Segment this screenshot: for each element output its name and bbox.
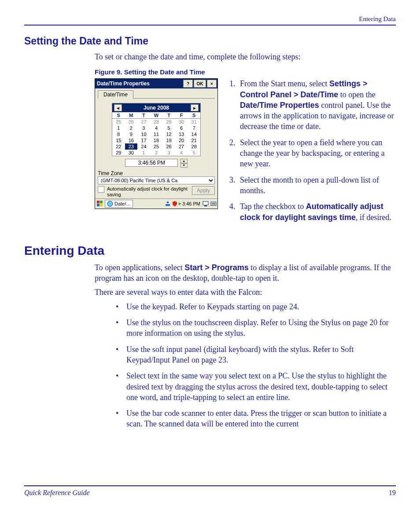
- calendar-day[interactable]: 28: [188, 143, 200, 150]
- calendar-day[interactable]: 26: [162, 143, 175, 150]
- calendar-day[interactable]: 18: [150, 137, 163, 143]
- calendar-dow: W: [150, 112, 163, 119]
- calendar-day[interactable]: 4: [175, 150, 188, 156]
- svg-rect-6: [167, 202, 169, 203]
- shield-icon[interactable]: [172, 201, 178, 207]
- calendar-dow: F: [175, 112, 188, 119]
- step-2: Select the year to open a field where yo…: [237, 137, 396, 169]
- calendar-dow: S: [188, 112, 200, 119]
- calendar-day[interactable]: 1: [112, 125, 125, 131]
- timezone-select[interactable]: (GMT-08:00) Pacific Time (US & Ca: [98, 176, 215, 184]
- calendar-grid[interactable]: SMTWTFS252627282930311234567891011121314…: [112, 112, 200, 156]
- help-button[interactable]: ?: [183, 80, 193, 88]
- calendar-day[interactable]: 29: [162, 119, 175, 125]
- calendar-day[interactable]: 12: [162, 131, 175, 137]
- close-button[interactable]: ×: [207, 80, 217, 88]
- time-spin-up[interactable]: ▲: [181, 159, 188, 163]
- calendar-day[interactable]: 19: [162, 137, 175, 143]
- calendar-day[interactable]: 3: [137, 125, 150, 131]
- calendar-day[interactable]: 30: [175, 119, 188, 125]
- timezone-label: Time Zone: [98, 170, 215, 176]
- calendar-day[interactable]: 23: [125, 143, 138, 150]
- calendar-day[interactable]: 27: [175, 143, 188, 150]
- desktop-icon[interactable]: [203, 201, 209, 207]
- calendar-day[interactable]: 29: [112, 150, 125, 156]
- calendar-day[interactable]: 4: [150, 125, 163, 131]
- calendar-day[interactable]: 25: [150, 143, 163, 150]
- page-link-24[interactable]: 24: [289, 302, 297, 311]
- taskbar-app[interactable]: Date/…: [105, 200, 133, 208]
- sip-icon[interactable]: [210, 201, 217, 207]
- calendar-month-label[interactable]: June 2008: [144, 105, 169, 111]
- svg-rect-2: [97, 204, 99, 206]
- taskbar-clock[interactable]: 3:46 PM: [182, 201, 200, 206]
- step-3: Select the month to open a pull-down lis…: [237, 175, 396, 196]
- taskbar[interactable]: Date/… ▸ 3:46 PM: [95, 198, 217, 209]
- page-link-20[interactable]: 20: [369, 318, 377, 327]
- calendar-day[interactable]: 17: [137, 137, 150, 143]
- calendar-day[interactable]: 16: [125, 137, 138, 143]
- bullet-select-text: Select text in the same way you select t…: [112, 371, 396, 403]
- time-input[interactable]: [125, 159, 178, 167]
- svg-rect-8: [204, 205, 207, 206]
- time-spin-down[interactable]: ▼: [181, 163, 188, 168]
- calendar-day[interactable]: 27: [137, 119, 150, 125]
- svg-rect-1: [100, 201, 103, 203]
- start-button[interactable]: [96, 200, 104, 207]
- windows-logo-icon: [97, 201, 103, 207]
- calendar-day[interactable]: 24: [137, 143, 150, 150]
- step-4: Tap the checkbox to Automatically adjust…: [237, 201, 396, 223]
- calendar-day[interactable]: 15: [112, 137, 125, 143]
- footer-guide-title: Quick Reference Guide: [24, 489, 90, 497]
- calendar-dow: M: [125, 112, 138, 119]
- calendar-day[interactable]: 2: [150, 150, 163, 156]
- window-titlebar[interactable]: Date/Time Properties ? OK ×: [95, 79, 217, 88]
- calendar-day[interactable]: 22: [112, 143, 125, 150]
- calendar-day[interactable]: 30: [125, 150, 138, 156]
- calendar-day[interactable]: 26: [125, 119, 138, 125]
- bullet-barcode: Use the bar code scanner to enter data. …: [112, 408, 396, 429]
- heading-entering-data: Entering Data: [24, 244, 396, 258]
- tray-arrow-icon[interactable]: ▸: [179, 201, 181, 206]
- calendar-day[interactable]: 2: [125, 125, 138, 131]
- calendar-day[interactable]: 3: [162, 150, 175, 156]
- calendar-day[interactable]: 31: [188, 119, 200, 125]
- svg-point-4: [107, 201, 113, 206]
- tab-date-time[interactable]: Date/Time: [98, 90, 133, 99]
- calendar-day[interactable]: 25: [112, 119, 125, 125]
- device-screenshot: Date/Time Properties ? OK × Date/Time ◄ …: [95, 78, 219, 228]
- calendar-day[interactable]: 14: [188, 131, 200, 137]
- calendar-day[interactable]: 1: [137, 150, 150, 156]
- page-header: Entering Data: [24, 15, 396, 26]
- next-month-button[interactable]: ►: [191, 104, 199, 111]
- calendar-day[interactable]: 7: [188, 125, 200, 131]
- calendar-day[interactable]: 5: [162, 125, 175, 131]
- calendar-day[interactable]: 28: [150, 119, 163, 125]
- footer-page-number: 19: [389, 489, 396, 497]
- calendar: ◄ June 2008 ► SMTWTFS2526272829303112345…: [112, 103, 201, 156]
- prev-month-button[interactable]: ◄: [114, 104, 122, 111]
- calendar-day[interactable]: 6: [175, 125, 188, 131]
- calendar-dow: T: [137, 112, 150, 119]
- network-icon[interactable]: [165, 201, 171, 207]
- calendar-day[interactable]: 13: [175, 131, 188, 137]
- calendar-dow: T: [162, 112, 175, 119]
- window-title: Date/Time Properties: [97, 81, 182, 87]
- calendar-day[interactable]: 11: [150, 131, 163, 137]
- calendar-day[interactable]: 9: [125, 131, 138, 137]
- ok-button[interactable]: OK: [194, 80, 206, 88]
- svg-rect-0: [97, 201, 99, 203]
- calendar-day[interactable]: 20: [175, 137, 188, 143]
- calendar-day[interactable]: 10: [137, 131, 150, 137]
- calendar-day[interactable]: 21: [188, 137, 200, 143]
- apply-button[interactable]: Apply: [192, 186, 215, 195]
- step-1: From the Start menu, select Settings > C…: [237, 78, 396, 132]
- auto-adjust-label: Automatically adjust clock for daylight …: [107, 186, 189, 197]
- page-link-23[interactable]: 23: [218, 356, 226, 364]
- bullet-sip: Use the soft input panel (digital keyboa…: [112, 344, 396, 366]
- calendar-day[interactable]: 8: [112, 131, 125, 137]
- calendar-day[interactable]: 5: [188, 150, 200, 156]
- svg-rect-7: [203, 202, 208, 205]
- svg-rect-5: [166, 204, 170, 206]
- auto-adjust-checkbox[interactable]: [98, 186, 104, 193]
